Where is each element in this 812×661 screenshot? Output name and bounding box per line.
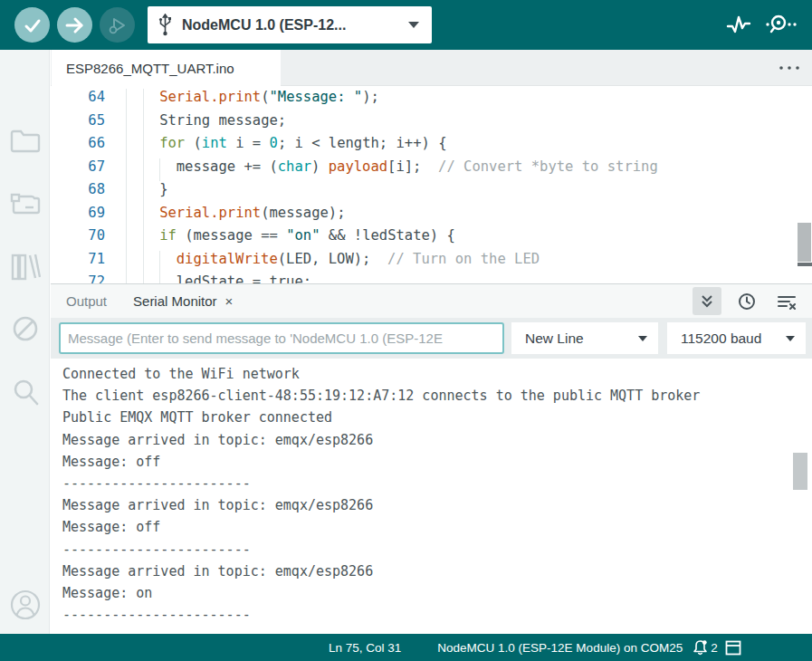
serial-output[interactable]: Connected to the WiFi networkThe client … <box>51 359 812 634</box>
main-area: ESP8266_MQTT_UART.ino 64Serial.print("Me… <box>51 50 812 634</box>
check-icon <box>23 15 43 35</box>
editor-tabbar: ESP8266_MQTT_UART.ino <box>51 50 812 86</box>
account-person-icon <box>8 588 43 622</box>
clock-icon <box>738 292 756 311</box>
baud-rate-dropdown[interactable]: 115200 baud <box>667 322 806 354</box>
code-editor[interactable]: 64Serial.print("Message: ");65String mes… <box>51 86 812 283</box>
circle-slash-icon <box>11 314 40 343</box>
sidebar-item-boards-manager[interactable] <box>7 186 43 222</box>
notification-bell-icon <box>693 639 708 656</box>
panel-toggle-icon <box>725 640 741 656</box>
line-ending-dropdown[interactable]: New Line <box>511 322 658 354</box>
double-chevron-down-icon <box>699 293 715 310</box>
clear-output-icon <box>777 293 797 310</box>
board-selector-label: NodeMCU 1.0 (ESP-12... <box>182 17 408 34</box>
serial-plotter-button[interactable] <box>723 11 754 38</box>
tab-label: ESP8266_MQTT_UART.ino <box>66 61 234 76</box>
board-chip-icon <box>10 191 41 216</box>
sidebar-item-sketchbook[interactable] <box>7 122 43 158</box>
serial-monitor-controls: New Line 115200 baud <box>51 318 812 359</box>
sidebar-item-debug[interactable] <box>7 311 43 347</box>
code-lines: 64Serial.print("Message: ");65String mes… <box>51 86 812 283</box>
arrow-right-icon <box>64 15 86 35</box>
ellipsis-icon <box>778 65 803 71</box>
serial-output-scrollbar-thumb[interactable] <box>793 453 807 490</box>
cursor-position[interactable]: Ln 75, Col 31 <box>329 641 401 655</box>
waveform-icon <box>726 14 751 35</box>
bottom-panel: Output Serial Monitor × <box>51 283 812 634</box>
clear-output-button[interactable] <box>772 287 801 315</box>
verify-button[interactable] <box>14 7 50 43</box>
toggle-panel-button[interactable] <box>725 640 741 656</box>
status-bar: Ln 75, Col 31 NodeMCU 1.0 (ESP-12E Modul… <box>0 634 812 661</box>
tab-output[interactable]: Output <box>66 293 107 309</box>
tabbar-more-actions-button[interactable] <box>778 59 803 77</box>
serial-message-input[interactable] <box>59 322 504 354</box>
chevron-down-icon <box>408 22 419 28</box>
tab-esp8266-mqtt-uart[interactable]: ESP8266_MQTT_UART.ino <box>52 50 281 86</box>
notifications-button[interactable]: 2 <box>693 639 718 656</box>
library-books-icon <box>10 253 41 282</box>
tab-serial-monitor[interactable]: Serial Monitor <box>133 293 217 309</box>
timestamp-toggle-button[interactable] <box>732 287 761 315</box>
notification-count: 2 <box>711 641 718 655</box>
sidebar-item-account[interactable] <box>7 587 43 623</box>
sidebar-item-library-manager[interactable] <box>7 249 43 285</box>
editor-scrollbar-thumb[interactable] <box>798 223 811 262</box>
panel-header: Output Serial Monitor × <box>51 284 812 318</box>
sidebar-item-search[interactable] <box>7 374 43 410</box>
chevron-down-icon <box>786 336 795 341</box>
serial-monitor-button[interactable] <box>766 11 797 38</box>
debug-icon <box>107 14 129 36</box>
chevron-down-icon <box>638 336 647 341</box>
baud-rate-value: 115200 baud <box>681 330 786 347</box>
activity-sidebar <box>0 50 50 634</box>
line-ending-value: New Line <box>525 330 638 347</box>
close-serial-monitor-button[interactable]: × <box>225 293 234 309</box>
collapse-panel-button[interactable] <box>693 287 721 315</box>
debug-button[interactable] <box>100 7 135 43</box>
editor-scrollbar-marker <box>798 263 812 266</box>
toolbar: NodeMCU 1.0 (ESP-12... <box>0 0 812 50</box>
magnifier-dots-icon <box>765 13 798 36</box>
search-icon <box>11 378 40 407</box>
folder-icon <box>10 127 41 154</box>
upload-button[interactable] <box>57 7 92 43</box>
arduino-ide-window: NodeMCU 1.0 (ESP-12... <box>0 0 812 661</box>
usb-icon <box>158 14 172 37</box>
board-selector[interactable]: NodeMCU 1.0 (ESP-12... <box>148 6 432 43</box>
status-board-port[interactable]: NodeMCU 1.0 (ESP-12E Module) on COM25 <box>437 641 683 655</box>
